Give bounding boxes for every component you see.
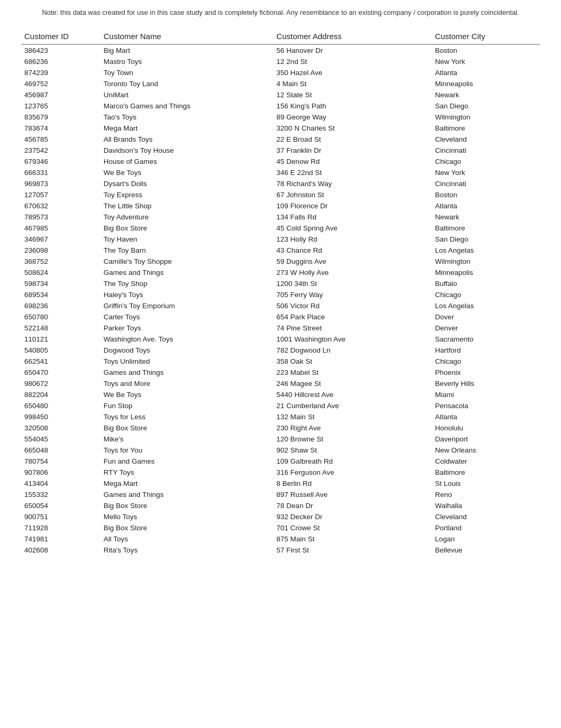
cell-customer-address: 5440 Hillcrest Ave bbox=[273, 389, 432, 400]
cell-customer-id: 386423 bbox=[21, 44, 100, 56]
table-row: 110121Washington Ave. Toys1001 Washingto… bbox=[21, 334, 540, 345]
cell-customer-id: 346967 bbox=[21, 234, 100, 245]
cell-customer-city: Coldwater bbox=[432, 456, 540, 467]
cell-customer-id: 540805 bbox=[21, 345, 100, 356]
cell-customer-city: Chicago bbox=[432, 156, 540, 167]
cell-customer-name: Dysart's Dolls bbox=[100, 178, 273, 189]
cell-customer-name: We Be Toys bbox=[100, 389, 273, 400]
cell-customer-city: Sacramento bbox=[432, 334, 540, 345]
cell-customer-address: 45 Denow Rd bbox=[273, 156, 432, 167]
cell-customer-city: Cleveland bbox=[432, 134, 540, 145]
cell-customer-name: Toys Unlimited bbox=[100, 356, 273, 367]
cell-customer-address: 350 Hazel Ave bbox=[273, 67, 432, 78]
cell-customer-address: 230 Right Ave bbox=[273, 422, 432, 434]
cell-customer-city: San Diego bbox=[432, 234, 540, 245]
cell-customer-address: 74 Pine Street bbox=[273, 322, 432, 334]
cell-customer-id: 650780 bbox=[21, 311, 100, 322]
cell-customer-address: 316 Ferguson Ave bbox=[273, 467, 432, 478]
header-customer-city: Customer City bbox=[432, 29, 540, 44]
cell-customer-id: 711928 bbox=[21, 522, 100, 533]
cell-customer-city: Wilmington bbox=[432, 256, 540, 267]
table-row: 689534Haley's Toys705 Ferry WayChicago bbox=[21, 289, 540, 300]
table-row: 998450Toys for Less132 Main StAtlanta bbox=[21, 411, 540, 422]
cell-customer-address: 902 Shaw St bbox=[273, 445, 432, 456]
cell-customer-id: 110121 bbox=[21, 334, 100, 345]
cell-customer-id: 686236 bbox=[21, 56, 100, 67]
cell-customer-city: New York bbox=[432, 167, 540, 178]
cell-customer-address: 701 Crowe St bbox=[273, 522, 432, 533]
cell-customer-id: 780754 bbox=[21, 456, 100, 467]
cell-customer-address: 1001 Washington Ave bbox=[273, 334, 432, 345]
table-row: 900751Mello Toys932 Decker DrCleveland bbox=[21, 511, 540, 522]
cell-customer-id: 456987 bbox=[21, 89, 100, 100]
table-row: 650480Fun Stop21 Cumberland AvePensacola bbox=[21, 400, 540, 411]
table-row: 698236Griffin's Toy Emporium506 Victor R… bbox=[21, 300, 540, 311]
cell-customer-city: Los Angelas bbox=[432, 245, 540, 256]
cell-customer-name: Washington Ave. Toys bbox=[100, 334, 273, 345]
cell-customer-city: Baltimore bbox=[432, 123, 540, 134]
cell-customer-id: 456785 bbox=[21, 134, 100, 145]
cell-customer-city: Beverly Hills bbox=[432, 378, 540, 389]
table-row: 508624Games and Things273 W Holly AveMin… bbox=[21, 267, 540, 278]
cell-customer-id: 980672 bbox=[21, 378, 100, 389]
table-row: 402608Rita's Toys57 First StBellevue bbox=[21, 545, 540, 556]
cell-customer-name: Carter Toys bbox=[100, 311, 273, 322]
cell-customer-city: Honolulu bbox=[432, 422, 540, 434]
cell-customer-id: 998450 bbox=[21, 411, 100, 422]
cell-customer-id: 783674 bbox=[21, 123, 100, 134]
cell-customer-address: 123 Holly Rd bbox=[273, 234, 432, 245]
cell-customer-address: 89 George Way bbox=[273, 112, 432, 123]
table-row: 522148Parker Toys74 Pine StreetDenver bbox=[21, 322, 540, 334]
cell-customer-id: 662541 bbox=[21, 356, 100, 367]
cell-customer-name: Toy Haven bbox=[100, 234, 273, 245]
cell-customer-address: 506 Victor Rd bbox=[273, 300, 432, 311]
cell-customer-city: Phoenix bbox=[432, 367, 540, 378]
cell-customer-city: Newark bbox=[432, 211, 540, 223]
cell-customer-name: All Toys bbox=[100, 533, 273, 545]
cell-customer-city: Logan bbox=[432, 533, 540, 545]
cell-customer-address: 132 Main St bbox=[273, 411, 432, 422]
table-row: 874239Toy Town350 Hazel AveAtlanta bbox=[21, 67, 540, 78]
cell-customer-id: 155332 bbox=[21, 489, 100, 500]
cell-customer-address: 273 W Holly Ave bbox=[273, 267, 432, 278]
cell-customer-id: 900751 bbox=[21, 511, 100, 522]
cell-customer-name: The Toy Shop bbox=[100, 278, 273, 289]
cell-customer-name: Toy Town bbox=[100, 67, 273, 78]
cell-customer-city: Wilmington bbox=[432, 112, 540, 123]
cell-customer-address: 358 Oak St bbox=[273, 356, 432, 367]
cell-customer-id: 741981 bbox=[21, 533, 100, 545]
cell-customer-address: 932 Decker Dr bbox=[273, 511, 432, 522]
cell-customer-address: 22 E Broad St bbox=[273, 134, 432, 145]
cell-customer-name: Davidson's Toy House bbox=[100, 145, 273, 156]
cell-customer-id: 650470 bbox=[21, 367, 100, 378]
cell-customer-address: 223 Mabel St bbox=[273, 367, 432, 378]
cell-customer-address: 21 Cumberland Ave bbox=[273, 400, 432, 411]
cell-customer-address: 56 Hanover Dr bbox=[273, 44, 432, 56]
table-container: Customer ID Customer Name Customer Addre… bbox=[0, 23, 561, 572]
table-row: 320508Big Box Store230 Right AveHonolulu bbox=[21, 422, 540, 434]
cell-customer-address: 43 Chance Rd bbox=[273, 245, 432, 256]
table-row: 456785All Brands Toys22 E Broad StClevel… bbox=[21, 134, 540, 145]
cell-customer-address: 78 Dean Dr bbox=[273, 500, 432, 511]
cell-customer-name: Rita's Toys bbox=[100, 545, 273, 556]
cell-customer-city: Cincinnati bbox=[432, 145, 540, 156]
cell-customer-city: Chicago bbox=[432, 356, 540, 367]
cell-customer-city: Boston bbox=[432, 189, 540, 200]
cell-customer-city: Pensacola bbox=[432, 400, 540, 411]
table-row: 237542Davidson's Toy House37 Franklin Dr… bbox=[21, 145, 540, 156]
cell-customer-name: Mike's bbox=[100, 434, 273, 445]
cell-customer-id: 835679 bbox=[21, 112, 100, 123]
cell-customer-id: 874239 bbox=[21, 67, 100, 78]
cell-customer-name: Mello Toys bbox=[100, 511, 273, 522]
cell-customer-city: San Diego bbox=[432, 100, 540, 112]
cell-customer-name: Fun Stop bbox=[100, 400, 273, 411]
cell-customer-id: 969873 bbox=[21, 178, 100, 189]
cell-customer-name: Toronto Toy Land bbox=[100, 78, 273, 89]
table-row: 650470Games and Things223 Mabel StPhoeni… bbox=[21, 367, 540, 378]
table-row: 155332Games and Things897 Russell AveRen… bbox=[21, 489, 540, 500]
cell-customer-city: Los Angelas bbox=[432, 300, 540, 311]
cell-customer-city: Cincinnati bbox=[432, 178, 540, 189]
table-row: 907806RTY Toys316 Ferguson AveBaltimore bbox=[21, 467, 540, 478]
cell-customer-id: 650054 bbox=[21, 500, 100, 511]
cell-customer-name: Toys for Less bbox=[100, 411, 273, 422]
